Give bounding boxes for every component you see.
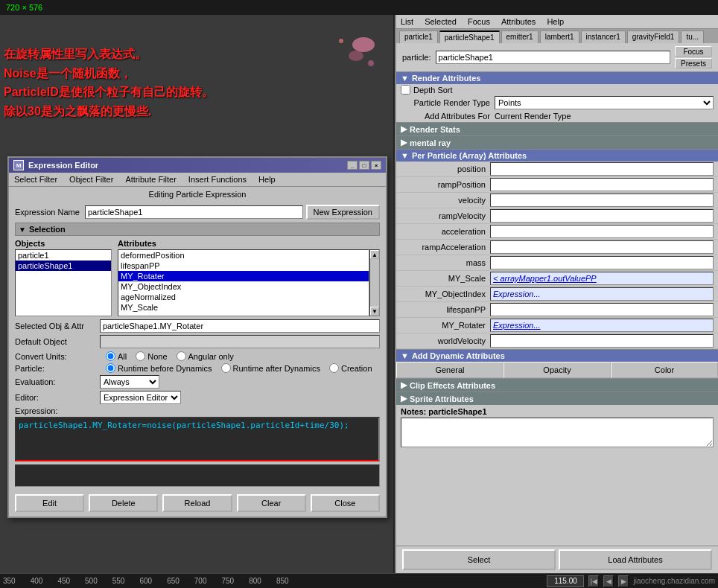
- menu-attribute-filter[interactable]: Attribute Filter: [123, 174, 178, 185]
- ae-menu-attributes[interactable]: Attributes: [501, 17, 536, 26]
- tab-lambert1[interactable]: lambert1: [540, 31, 579, 43]
- ae-menu-selected[interactable]: Selected: [425, 17, 457, 26]
- opacity-btn[interactable]: Opacity: [503, 362, 611, 378]
- sprite-header[interactable]: ▶ Sprite Attributes: [396, 392, 718, 405]
- general-btn[interactable]: General: [396, 362, 503, 378]
- delete-button[interactable]: Delete: [89, 494, 158, 512]
- new-expression-button[interactable]: New Expression: [306, 205, 380, 220]
- evaluation-select[interactable]: Always: [100, 375, 159, 389]
- close-button[interactable]: Close: [311, 494, 380, 512]
- objects-col: Objects particle1 particleShape1: [15, 239, 112, 316]
- attr-val-myobjectindex[interactable]: Expression...: [490, 287, 714, 301]
- ruler-600: 600: [139, 577, 152, 585]
- tab-particleshape1[interactable]: particleShape1: [439, 31, 500, 43]
- editor-select[interactable]: Expression Editor: [100, 391, 181, 404]
- tab-particle1[interactable]: particle1: [399, 31, 438, 43]
- expression-textarea[interactable]: particleShape1.MY_Rotater=noise(particle…: [15, 417, 380, 461]
- convert-angular-radio[interactable]: Angular only: [177, 351, 234, 361]
- nav-prev-btn[interactable]: ◀: [603, 575, 614, 587]
- menu-insert-functions[interactable]: Insert Functions: [186, 174, 249, 185]
- attributes-list[interactable]: deformedPosition lifespanPP MY_Rotater M…: [118, 249, 369, 316]
- attr-val-myscale[interactable]: < arrayMapper1.outValuePP: [490, 272, 714, 285]
- render-attrs-header[interactable]: ▼ Render Attributes: [396, 72, 718, 84]
- clip-effects-arrow: ▶: [401, 380, 407, 390]
- mental-ray-title: mental ray: [410, 138, 451, 147]
- add-attrs-for-row: Add Attributes For Current Render Type: [396, 110, 718, 122]
- ae-menu-list[interactable]: List: [401, 17, 413, 26]
- attr-val-myrotater[interactable]: Expression...: [490, 319, 714, 332]
- menu-select-filter[interactable]: Select Filter: [12, 174, 60, 185]
- per-particle-header[interactable]: ▼ Per Particle (Array) Attributes: [396, 150, 718, 162]
- add-dynamic-attrs-header[interactable]: ▼ Add Dynamic Attributes: [396, 350, 718, 362]
- selected-obj-value[interactable]: particleShape1.MY_Rotater: [100, 319, 380, 333]
- object-item-particleshape1[interactable]: particleShape1: [16, 261, 111, 271]
- tab-instancer1[interactable]: instancer1: [581, 31, 626, 43]
- expression-name-input[interactable]: [85, 205, 303, 219]
- attrs-scrollbar[interactable]: ▲ ▼: [369, 249, 380, 316]
- particle-render-type-select[interactable]: Points: [495, 96, 714, 109]
- attr-agenormalized[interactable]: ageNormalized: [118, 292, 369, 302]
- attr-val-rampacceleration[interactable]: [490, 240, 714, 254]
- runtime-before-radio[interactable]: Runtime before Dynamics: [106, 363, 212, 373]
- attr-my-rotater[interactable]: MY_Rotater: [118, 271, 369, 281]
- selection-section-header[interactable]: ▼ Selection: [15, 223, 380, 236]
- frame-input[interactable]: [547, 575, 584, 587]
- clip-effects-section: ▶ Clip Effects Attributes: [396, 378, 718, 392]
- mental-ray-header[interactable]: ▶ mental ray: [396, 136, 718, 149]
- objects-list[interactable]: particle1 particleShape1: [15, 249, 112, 316]
- color-btn[interactable]: Color: [611, 362, 718, 378]
- scroll-down-btn[interactable]: ▼: [370, 307, 379, 316]
- clip-effects-header[interactable]: ▶ Clip Effects Attributes: [396, 379, 718, 392]
- nav-next-btn[interactable]: ▶: [618, 575, 629, 587]
- attr-row-mass: mass: [396, 255, 718, 271]
- attr-val-worldvelocity[interactable]: [490, 334, 714, 348]
- object-item-particle1[interactable]: particle1: [16, 250, 111, 261]
- attr-row-rampvelocity: rampVelocity: [396, 208, 718, 224]
- attr-deformedposition[interactable]: deformedPosition: [118, 250, 369, 261]
- tab-gravityfield1[interactable]: gravityField1: [627, 31, 680, 43]
- attr-row-rampposition: rampPosition: [396, 177, 718, 193]
- ae-menu-help[interactable]: Help: [547, 17, 564, 26]
- attr-lifespanpp[interactable]: lifespanPP: [118, 261, 369, 271]
- attr-label-worldvelocity: worldVelocity: [401, 336, 490, 345]
- maximize-btn[interactable]: □: [359, 161, 369, 170]
- load-attributes-button[interactable]: Load Attributes: [559, 549, 712, 570]
- svg-point-2: [339, 39, 343, 43]
- particle-label: Particle:: [15, 364, 97, 373]
- reload-button[interactable]: Reload: [162, 494, 232, 512]
- menu-help[interactable]: Help: [256, 174, 278, 185]
- attr-val-acceleration[interactable]: [490, 225, 714, 238]
- ruler-650: 650: [167, 577, 180, 585]
- menu-object-filter[interactable]: Object Filter: [67, 174, 115, 185]
- depth-sort-checkbox[interactable]: [401, 85, 410, 95]
- focus-button[interactable]: Focus: [675, 46, 712, 57]
- ae-menu-focus[interactable]: Focus: [468, 17, 490, 26]
- particle-name-input[interactable]: [436, 51, 670, 64]
- attr-my-scale[interactable]: MY_Scale: [118, 302, 369, 313]
- attr-my-objectindex[interactable]: MY_ObjectIndex: [118, 281, 369, 292]
- attr-val-position[interactable]: [490, 162, 714, 176]
- attr-val-rampvelocity[interactable]: [490, 209, 714, 223]
- edit-button[interactable]: Edit: [15, 494, 84, 512]
- ruler-450: 450: [57, 577, 70, 585]
- tab-emitter1[interactable]: emitter1: [501, 31, 538, 43]
- clear-button[interactable]: Clear: [237, 494, 306, 512]
- attr-val-rampposition[interactable]: [490, 178, 714, 191]
- nav-start-btn[interactable]: |◀: [588, 575, 599, 587]
- runtime-after-radio[interactable]: Runtime after Dynamics: [221, 363, 320, 373]
- notes-textarea[interactable]: [401, 418, 714, 447]
- tab-tu[interactable]: tu...: [681, 31, 704, 43]
- scroll-up-btn[interactable]: ▲: [370, 250, 379, 259]
- attr-val-velocity[interactable]: [490, 194, 714, 207]
- attr-val-lifespanpp[interactable]: [490, 303, 714, 316]
- dialog-close-btn[interactable]: ×: [371, 161, 381, 170]
- creation-radio[interactable]: Creation: [329, 363, 372, 373]
- select-button[interactable]: Select: [402, 549, 556, 570]
- render-stats-header[interactable]: ▶ Render Stats: [396, 123, 718, 135]
- attr-val-mass[interactable]: [490, 256, 714, 269]
- right-scroll-area[interactable]: ▼ Render Attributes Depth Sort Particle …: [396, 71, 718, 546]
- minimize-btn[interactable]: _: [347, 161, 358, 170]
- convert-none-radio[interactable]: None: [136, 351, 167, 361]
- convert-all-radio[interactable]: All: [106, 351, 127, 361]
- presets-button[interactable]: Presets: [675, 58, 712, 68]
